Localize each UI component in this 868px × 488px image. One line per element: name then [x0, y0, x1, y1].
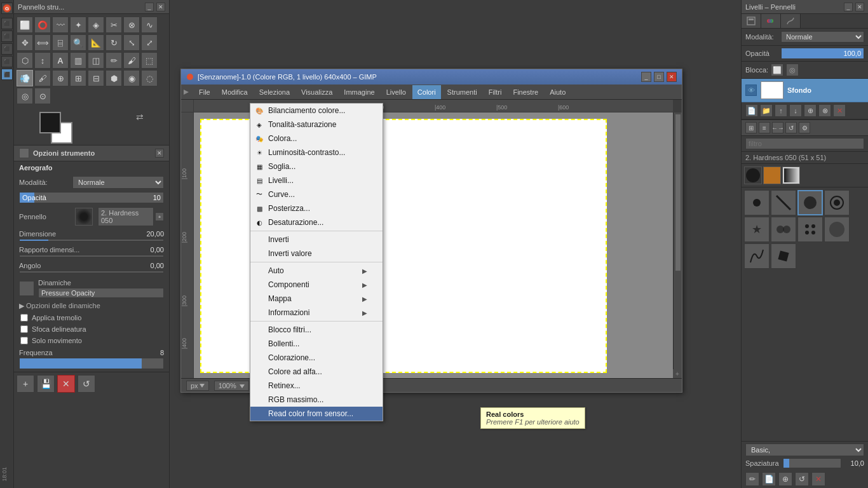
gimp-logo-btn[interactable]: G [1, 3, 13, 14]
blur-tool[interactable]: ◉ [123, 70, 140, 86]
brush-open-btn[interactable]: + [155, 212, 164, 221]
brush-preview[interactable] [75, 208, 93, 226]
brush-duplicate-btn[interactable]: ⊕ [778, 472, 792, 486]
panel-close[interactable]: ✕ [156, 3, 165, 11]
color-select-tool[interactable]: ◈ [88, 17, 104, 33]
persp-clone-tool[interactable]: ⬢ [105, 70, 122, 86]
brush-4[interactable] [824, 190, 850, 215]
brush-refresh-btn[interactable]: ↺ [795, 472, 809, 486]
add-layer-btn[interactable]: 📄 [745, 104, 758, 117]
shear-tool[interactable]: ⤢ [141, 34, 158, 51]
mypaint-tool[interactable]: ⊕ [52, 70, 69, 86]
text-tool[interactable]: A [52, 52, 69, 69]
scrollbar-vertical[interactable] [673, 112, 682, 378]
lock-pixels-btn[interactable]: ⬜ [771, 64, 783, 76]
ellipse-select-tool[interactable]: ⭕ [34, 17, 51, 33]
down-btn[interactable]: ↓ [789, 104, 802, 117]
solo-movimento-check[interactable] [20, 337, 28, 344]
left-btn-5[interactable]: ⬛ [1, 69, 13, 80]
apply-tremolo-check[interactable] [20, 314, 28, 322]
menu-arrow[interactable] [184, 88, 193, 97]
rect-select-tool[interactable]: ⬜ [17, 17, 33, 33]
paintbrush-tool[interactable]: 🖌 [123, 52, 140, 69]
menu-colori[interactable]: Colori [412, 85, 441, 99]
brush-7[interactable] [797, 217, 823, 242]
window-minimize[interactable]: _ [641, 72, 651, 82]
brush-1[interactable] [744, 190, 770, 215]
swatch-light[interactable] [782, 166, 800, 184]
menu-colora[interactable]: 🎭 Colora... [250, 132, 383, 146]
menu-tonalita[interactable]: ◈ Tonalità-saturazione [250, 118, 383, 132]
new-tool-btn[interactable]: + [17, 375, 34, 393]
menu-colorazione[interactable]: Colorazione... [250, 351, 383, 365]
menu-aiuto[interactable]: Aiuto [545, 85, 571, 99]
menu-soglia[interactable]: ▦ Soglia... [250, 159, 383, 173]
swap-colors-icon[interactable]: ⇄ [136, 112, 144, 122]
status-unit[interactable]: px [186, 381, 209, 391]
menu-finestre[interactable]: Finestre [508, 85, 543, 99]
ink-tool[interactable]: 🖋 [34, 70, 51, 86]
eraser-tool[interactable]: ⬚ [141, 52, 158, 69]
dynamics-options-row[interactable]: ▶ Opzioni delle dinamiche [14, 300, 169, 312]
left-btn-3[interactable]: ⬛ [1, 43, 13, 55]
menu-informazioni[interactable]: Informazioni ▶ [250, 306, 383, 320]
lock-alpha-btn[interactable]: ◎ [786, 64, 799, 76]
brush-6[interactable] [771, 217, 796, 242]
menu-luminosita[interactable]: ☀ Luminosità-contrasto... [250, 146, 383, 159]
reset-tool-btn[interactable]: ↺ [78, 375, 95, 393]
layer-row[interactable]: 👁 Sfondo [742, 79, 868, 102]
ratio-slider[interactable] [19, 255, 164, 257]
brush-view-grid[interactable]: ⊞ [745, 122, 757, 133]
status-zoom[interactable]: 100% [214, 381, 249, 391]
sfoca-check[interactable] [20, 325, 28, 333]
menu-mappa[interactable]: Mappa ▶ [250, 292, 383, 306]
align-tool[interactable]: ⟺ [34, 34, 51, 51]
swatch-dark[interactable] [744, 166, 762, 184]
menu-strumenti[interactable]: Strumenti [442, 85, 482, 99]
brush-8[interactable] [824, 217, 850, 242]
iscissors-tool[interactable]: ∿ [141, 17, 158, 33]
left-btn-2[interactable]: ⬛ [1, 30, 13, 42]
menu-blocco-filtri[interactable]: Blocco filtri... [250, 323, 383, 337]
eye-btn[interactable]: 👁 [745, 85, 757, 96]
heal-tool[interactable]: ⊟ [88, 70, 104, 86]
brush-3[interactable] [797, 190, 823, 215]
swatch-orange[interactable] [763, 166, 781, 184]
freq-slider[interactable] [19, 358, 164, 369]
menu-livello[interactable]: Livello [381, 85, 411, 99]
brush-edit-btn[interactable]: ✏ [745, 472, 759, 486]
tab-channels[interactable] [761, 14, 781, 28]
measure-tool[interactable]: 📐 [88, 34, 104, 51]
menu-bollenti[interactable]: Bollenti... [250, 337, 383, 351]
menu-file[interactable]: File [194, 85, 215, 99]
menu-inverti-valore[interactable]: Inverti valore [250, 247, 383, 261]
scissors-tool[interactable]: ✂ [105, 17, 122, 33]
flip-tool[interactable]: ↕ [34, 52, 51, 69]
scale-tool[interactable]: ⤡ [123, 34, 140, 51]
menu-desaturazione[interactable]: ◐ Desaturazione... [250, 215, 383, 229]
crop-tool[interactable]: ⌸ [52, 34, 69, 51]
zoom-tool[interactable]: 🔍 [70, 34, 86, 51]
window-close[interactable]: ✕ [667, 72, 677, 82]
filter-input[interactable] [745, 138, 864, 149]
angle-slider[interactable] [19, 271, 164, 273]
tab-paths[interactable] [781, 14, 801, 28]
panel-minimize[interactable]: _ [145, 3, 154, 11]
smudge-tool[interactable]: ◎ [17, 88, 33, 104]
delete-tool-btn[interactable]: ✕ [57, 375, 75, 393]
menu-componenti[interactable]: Componenti ▶ [250, 278, 383, 292]
menu-retinex[interactable]: Retinex... [250, 379, 383, 393]
menu-visualizza[interactable]: Visualizza [296, 85, 337, 99]
menu-posterizza[interactable]: ▩ Posterizza... [250, 201, 383, 215]
menu-immagine[interactable]: Immagine [339, 85, 379, 99]
right-panel-close[interactable]: ✕ [855, 3, 864, 11]
brush-9[interactable] [744, 243, 770, 269]
left-btn-1[interactable]: ⬛ [1, 18, 13, 29]
opacity-slider-r[interactable]: 100,0 [781, 48, 864, 59]
menu-filtri[interactable]: Filtri [484, 85, 507, 99]
menu-rgb-massimo[interactable]: RGB massimo... [250, 393, 383, 407]
menu-read-color[interactable]: Read color from sensor... [250, 407, 383, 421]
save-tool-btn[interactable]: 💾 [37, 375, 55, 393]
menu-colore-alfa[interactable]: Colore ad alfa... [250, 365, 383, 379]
move-tool[interactable]: ✥ [17, 34, 33, 51]
